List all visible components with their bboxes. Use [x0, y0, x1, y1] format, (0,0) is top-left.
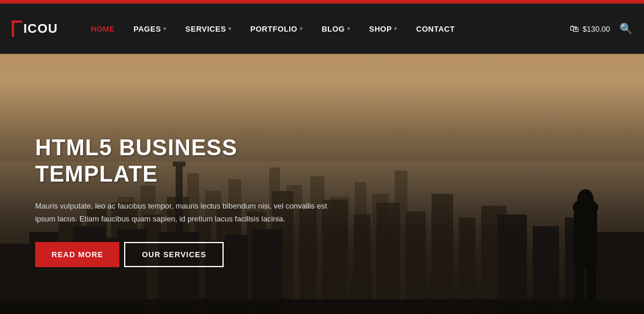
hero-content: HTML5 BUSINESS TEMPLATE Mauris vulputate… — [35, 135, 363, 267]
nav-links: HOME PAGES ▾ SERVICES ▾ PORTFOLIO ▾ BLOG… — [81, 4, 570, 54]
main-navigation: ICOU HOME PAGES ▾ SERVICES ▾ PORTFOLIO ▾… — [0, 4, 644, 54]
read-more-button[interactable]: READ MORE — [35, 242, 119, 267]
chevron-down-icon: ▾ — [347, 26, 351, 32]
hero-title: HTML5 BUSINESS TEMPLATE — [35, 135, 363, 188]
search-icon[interactable]: 🔍 — [619, 22, 632, 35]
logo[interactable]: ICOU — [12, 21, 58, 37]
hero-description: Mauris vulputate, leo ac faucibus tempor… — [35, 200, 328, 226]
top-accent-bar — [0, 0, 644, 4]
svg-rect-53 — [575, 264, 584, 311]
nav-item-contact[interactable]: CONTACT — [407, 4, 464, 54]
logo-text: ICOU — [23, 21, 58, 36]
nav-item-portfolio[interactable]: PORTFOLIO ▾ — [241, 4, 313, 54]
nav-item-pages[interactable]: PAGES ▾ — [124, 4, 176, 54]
chevron-down-icon: ▾ — [163, 26, 167, 32]
nav-item-home[interactable]: HOME — [81, 4, 124, 54]
nav-right: 🛍 $130.00 🔍 — [570, 22, 632, 35]
svg-rect-54 — [587, 264, 596, 311]
chevron-down-icon: ▾ — [300, 26, 303, 32]
cart-button[interactable]: 🛍 $130.00 — [570, 23, 610, 34]
chevron-down-icon: ▾ — [228, 26, 232, 32]
hero-buttons: READ MORE OUR SERVICES — [35, 242, 363, 267]
cart-icon: 🛍 — [570, 23, 579, 34]
cart-amount: $130.00 — [583, 25, 610, 33]
chevron-down-icon: ▾ — [394, 26, 398, 32]
svg-rect-51 — [574, 209, 597, 267]
our-services-button[interactable]: OUR SERVICES — [124, 242, 224, 267]
hero-section: HTML5 BUSINESS TEMPLATE Mauris vulputate… — [0, 54, 644, 314]
svg-point-52 — [573, 199, 598, 216]
nav-item-shop[interactable]: SHOP ▾ — [359, 4, 406, 54]
figure-silhouette — [562, 185, 609, 314]
logo-bracket — [12, 21, 22, 37]
svg-rect-48 — [0, 299, 644, 314]
nav-item-services[interactable]: SERVICES ▾ — [176, 4, 241, 54]
nav-item-blog[interactable]: BLOG ▾ — [312, 4, 359, 54]
